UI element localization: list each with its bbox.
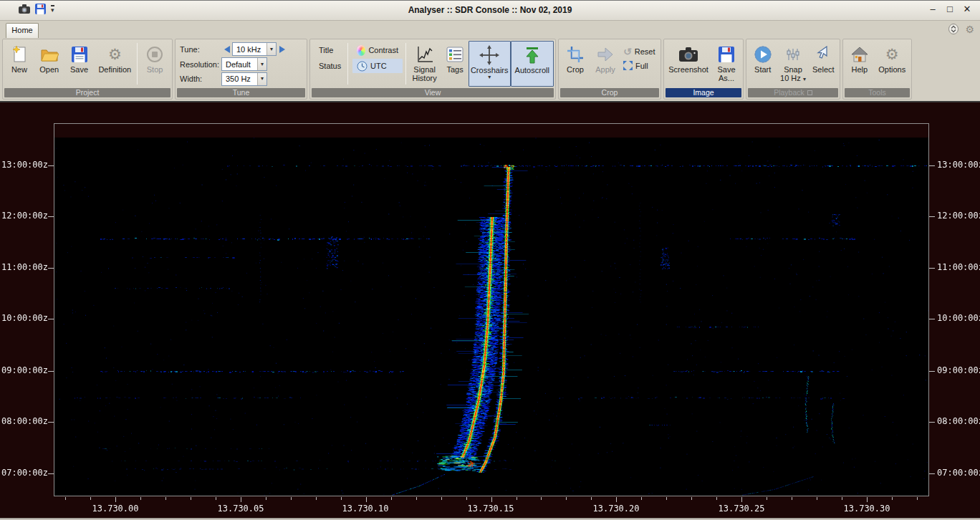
y-axis-label-right: 07:00:00z: [937, 468, 980, 478]
signal-history-button[interactable]: Signal History: [408, 41, 441, 87]
y-axis-label-left: 10:00:00z: [1, 313, 47, 323]
y-axis-label-left: 12:00:00z: [1, 211, 47, 221]
dialog-launcher-icon[interactable]: [807, 90, 812, 95]
close-button[interactable]: ✕: [959, 2, 976, 16]
combo-arrow-icon[interactable]: ▾: [257, 58, 266, 70]
full-expand-icon: [623, 61, 633, 70]
window-title: Analyser :: SDR Console :: Nov 02, 2019: [0, 1, 980, 21]
group-playback: Start Snap 10 Hz ▾ Select Playbac: [746, 39, 840, 100]
group-label-crop: Crop: [560, 88, 659, 97]
sliders-icon: [785, 44, 801, 65]
y-axis-label-left: 08:00:00z: [1, 416, 47, 426]
tags-list-icon: [446, 44, 463, 65]
separator: [347, 43, 348, 85]
snap-dropdown-caret[interactable]: ▾: [803, 76, 806, 82]
y-axis-label-left: 07:00:00z: [1, 468, 47, 478]
group-label-view: View: [312, 88, 554, 97]
combo-arrow-icon[interactable]: ▾: [266, 43, 276, 55]
separator: [405, 43, 406, 85]
tune-step-combo[interactable]: 10 kHz ▾: [232, 42, 277, 56]
group-label-playback: Playback: [748, 88, 838, 97]
group-view: Title Status Contrast UTC: [309, 39, 556, 100]
stop-icon: [146, 44, 163, 65]
y-axis-label-right: 13:00:00z: [937, 160, 980, 170]
signal-history-chart-icon: [415, 44, 434, 65]
resolution-label: Resolution:: [180, 60, 221, 69]
maximize-button[interactable]: □: [941, 2, 959, 16]
y-axis-label-right: 11:00:00z: [937, 262, 980, 272]
y-axis-label-right: 08:00:00z: [937, 416, 980, 426]
analyser-window: ▾ Analyser :: SDR Console :: Nov 02, 201…: [0, 0, 980, 520]
title-toggle-button[interactable]: Title: [314, 43, 345, 57]
group-project: New Open Save ⚙ Definition: [2, 39, 173, 100]
utc-toggle-button[interactable]: UTC: [352, 59, 403, 73]
group-label-tune: Tune: [177, 88, 305, 97]
select-button[interactable]: Select: [809, 41, 838, 87]
x-axis-label: 13.730.10: [333, 504, 398, 514]
group-label-image: Image: [666, 88, 741, 97]
definition-gear-icon: ⚙: [108, 44, 122, 65]
clock-icon: [357, 61, 368, 72]
contrast-icon: [357, 45, 365, 56]
start-button[interactable]: Start: [748, 41, 777, 87]
tune-left-arrow[interactable]: [221, 43, 232, 56]
open-button[interactable]: Open: [34, 41, 64, 87]
stop-button[interactable]: Stop: [139, 41, 170, 87]
full-button[interactable]: Full: [620, 59, 658, 72]
minimize-button[interactable]: –: [924, 2, 941, 16]
x-axis-label: 13.730.30: [835, 504, 899, 514]
autoscroll-icon: [524, 44, 541, 66]
definition-button[interactable]: ⚙ Definition: [94, 41, 135, 87]
help-button[interactable]: Help: [845, 41, 875, 87]
save-as-button[interactable]: Save As...: [711, 41, 741, 87]
crosshairs-dropdown-caret[interactable]: ▾: [488, 74, 491, 80]
combo-arrow-icon[interactable]: ▾: [257, 73, 266, 85]
autoscroll-button[interactable]: Autoscroll: [511, 41, 554, 87]
status-toggle-button[interactable]: Status: [314, 59, 345, 73]
x-axis-label: 13.730.05: [208, 504, 273, 514]
open-folder-icon: [40, 44, 59, 65]
x-axis-label: 13.730.20: [584, 504, 648, 514]
y-axis-label-right: 10:00:00z: [937, 313, 980, 323]
home-house-icon: [851, 44, 868, 65]
collapse-ribbon-icon[interactable]: [948, 24, 959, 34]
group-tune: Tune: 10 kHz ▾ Resolution: Default ▾: [175, 39, 307, 100]
reset-icon: ↺: [623, 47, 632, 57]
x-axis-label: 13.730.15: [458, 504, 523, 514]
tab-home[interactable]: Home: [6, 23, 39, 38]
tune-label: Tune:: [180, 45, 221, 54]
new-button[interactable]: New: [4, 41, 34, 87]
group-image: Screenshot Save As... Image: [663, 39, 744, 100]
settings-gear-icon[interactable]: ⚙: [965, 24, 974, 34]
resolution-combo[interactable]: Default ▾: [221, 57, 267, 71]
width-label: Width:: [180, 74, 221, 83]
crop-icon: [567, 44, 584, 65]
reset-button[interactable]: ↺ Reset: [620, 45, 658, 57]
y-axis-label-left: 11:00:00z: [1, 262, 47, 272]
snap-button[interactable]: Snap 10 Hz ▾: [777, 41, 808, 87]
screenshot-button[interactable]: Screenshot: [666, 41, 711, 87]
tune-right-arrow[interactable]: [277, 43, 287, 56]
apply-button[interactable]: Apply: [590, 41, 620, 87]
y-axis-label-left: 13:00:00z: [1, 160, 47, 170]
group-tools: Help ⚙ Options Tools: [842, 39, 912, 100]
crosshairs-icon: [479, 44, 499, 66]
apply-arrow-icon: [597, 44, 614, 65]
tags-button[interactable]: Tags: [441, 41, 469, 87]
crosshairs-button[interactable]: Crosshairs ▾: [469, 41, 511, 87]
ribbon-tab-row: Home ⚙: [0, 21, 980, 38]
crop-button[interactable]: Crop: [560, 41, 590, 87]
waterfall-canvas[interactable]: [54, 124, 928, 496]
contrast-button[interactable]: Contrast: [352, 43, 403, 57]
analyser-main: 13:00:00z13:00:00z12:00:00z12:00:00z11:0…: [0, 102, 980, 518]
new-document-icon: [11, 44, 28, 65]
save-button[interactable]: Save: [64, 41, 95, 87]
ribbon: New Open Save ⚙ Definition: [0, 38, 980, 102]
camera-icon: [679, 44, 698, 65]
width-combo[interactable]: 350 Hz ▾: [221, 72, 267, 86]
options-button[interactable]: ⚙ Options: [875, 41, 910, 87]
title-bar: ▾ Analyser :: SDR Console :: Nov 02, 201…: [0, 1, 980, 21]
group-label-project: Project: [4, 88, 170, 97]
y-axis-label-right: 12:00:00z: [937, 211, 980, 221]
play-icon: [754, 44, 772, 65]
